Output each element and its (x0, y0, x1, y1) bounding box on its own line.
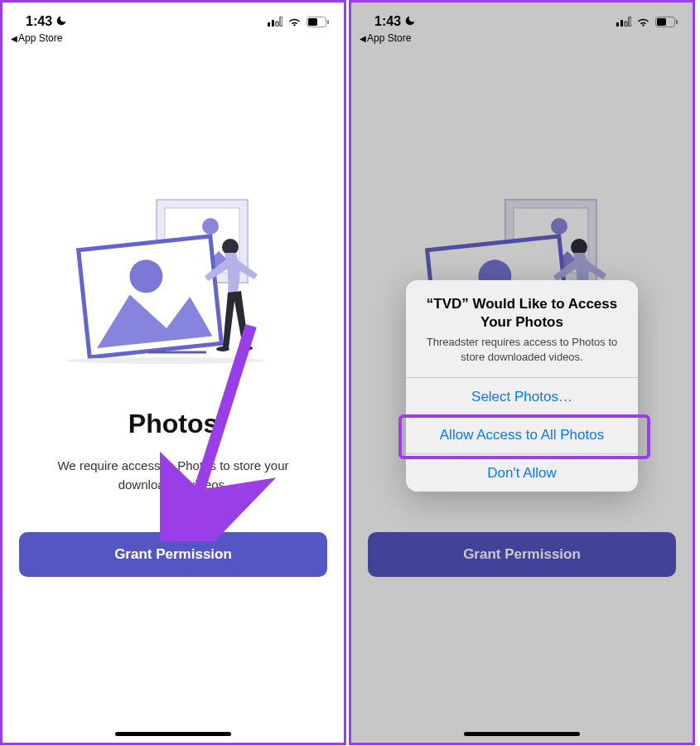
chevron-left-icon: ◀ (11, 34, 17, 43)
svg-rect-23 (676, 20, 678, 24)
battery-icon (655, 17, 678, 27)
svg-rect-5 (308, 18, 317, 26)
back-to-appstore[interactable]: ◀ App Store (2, 31, 344, 44)
dnd-moon-icon (56, 15, 67, 29)
alert-message: Threadster requires access to Photos to … (406, 335, 638, 377)
svg-rect-17 (616, 22, 619, 27)
status-time: 1:43 (374, 14, 401, 29)
status-time: 1:43 (26, 14, 52, 29)
cellular-icon (616, 17, 631, 27)
chevron-left-icon: ◀ (360, 34, 366, 43)
svg-point-13 (216, 346, 229, 351)
grant-permission-button[interactable]: Grant Permission (19, 532, 327, 577)
home-indicator[interactable] (464, 732, 580, 736)
svg-point-14 (239, 346, 253, 351)
dont-allow-button[interactable]: Don't Allow (406, 453, 638, 492)
grant-permission-button[interactable]: Grant Permission (368, 532, 676, 577)
alert-title: “TVD” Would Like to Access Your Photos (406, 280, 638, 335)
phone-screen-right: 1:43 ◀ App Store (349, 0, 695, 745)
svg-rect-18 (620, 20, 623, 27)
page-subtitle: We require access to Photos to store you… (32, 456, 314, 495)
svg-rect-3 (280, 17, 282, 27)
permission-alert: “TVD” Would Like to Access Your Photos T… (406, 280, 638, 492)
svg-rect-1 (272, 20, 274, 27)
wifi-icon (287, 17, 302, 27)
svg-rect-22 (657, 18, 666, 26)
page-title: Photos (128, 409, 218, 439)
wifi-icon (636, 17, 650, 27)
svg-point-15 (65, 357, 264, 364)
photos-illustration (65, 193, 281, 367)
status-bar: 1:43 (2, 12, 344, 31)
cellular-icon (268, 17, 282, 27)
phone-screen-left: 1:43 ◀ App Store (0, 0, 346, 745)
back-to-appstore[interactable]: ◀ App Store (351, 31, 693, 44)
svg-rect-20 (629, 17, 631, 27)
home-indicator[interactable] (115, 732, 231, 736)
dnd-moon-icon (404, 15, 416, 29)
svg-rect-6 (327, 20, 329, 24)
svg-rect-19 (625, 22, 627, 27)
svg-rect-2 (276, 22, 278, 27)
select-photos-button[interactable]: Select Photos… (406, 377, 638, 415)
svg-rect-0 (268, 22, 270, 27)
svg-point-26 (551, 218, 567, 235)
allow-all-photos-button[interactable]: Allow Access to All Photos (406, 415, 638, 453)
battery-icon (307, 17, 329, 27)
svg-point-9 (202, 218, 219, 235)
status-bar: 1:43 (351, 12, 693, 31)
